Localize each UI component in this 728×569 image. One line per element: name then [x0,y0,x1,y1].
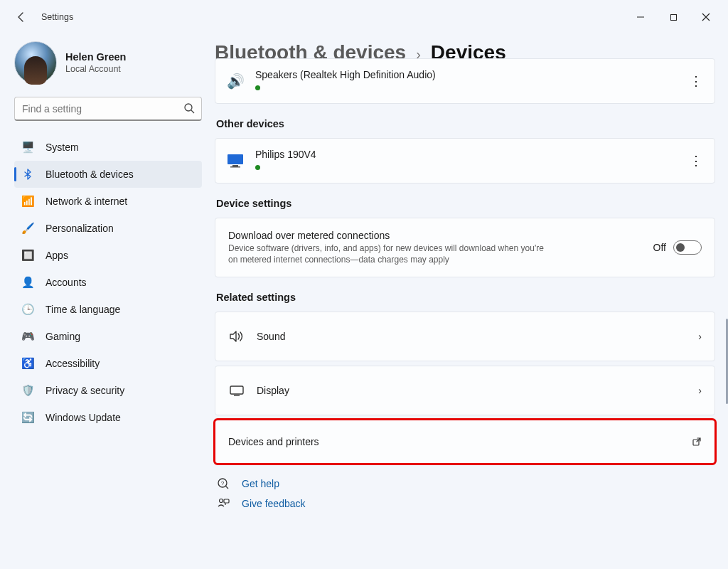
external-link-icon [692,437,702,447]
link-sound[interactable]: Sound › [215,312,715,361]
sidebar-item-update[interactable]: 🔄 Windows Update [14,404,202,431]
gamepad-icon: 🎮 [21,330,34,343]
link-label: Display [257,385,289,396]
device-name: Speakers (Realtek High Definition Audio) [255,69,436,80]
svg-point-13 [220,499,223,503]
sidebar-item-label: Accounts [46,277,87,288]
sidebar-item-label: Time & language [46,304,120,315]
search-input[interactable] [14,97,202,121]
device-name: Philips 190V4 [255,149,316,160]
display-icon [228,382,245,399]
brush-icon: 🖌️ [21,222,34,235]
clock-icon: 🕒 [21,303,34,316]
sidebar-item-gaming[interactable]: 🎮 Gaming [14,323,202,350]
maximize-button[interactable] [657,6,690,28]
back-button[interactable] [14,10,28,24]
search-container [14,97,202,121]
chevron-right-icon: › [698,385,702,396]
give-feedback-link[interactable]: Give feedback [242,498,306,509]
metered-toggle[interactable] [673,240,702,255]
sidebar-item-bluetooth[interactable]: Bluetooth & devices [14,161,202,188]
avatar [14,41,57,84]
svg-line-3 [191,110,194,113]
section-title-device-settings: Device settings [216,198,715,209]
svg-rect-6 [230,166,240,168]
update-icon: 🔄 [21,411,34,424]
svg-rect-4 [228,154,243,164]
chevron-right-icon: › [698,331,702,342]
link-label: Sound [257,331,285,342]
monitor-icon: 🖥️ [21,141,34,154]
section-title-related: Related settings [216,292,715,303]
svg-text:?: ? [221,480,225,486]
device-card-speakers: 🔊 Speakers (Realtek High Definition Audi… [215,58,715,104]
sidebar-item-label: Personalization [46,223,114,234]
svg-line-11 [226,486,229,489]
nav-list: 🖥️ System Bluetooth & devices 📶 Network … [14,134,202,431]
help-get-help: ? Get help [215,477,715,491]
sidebar-item-accounts[interactable]: 👤 Accounts [14,269,202,296]
settings-window: Settings Helen Green Local Account [0,0,728,569]
sound-icon [228,328,245,345]
speaker-icon: 🔊 [225,71,245,91]
svg-point-2 [185,104,192,111]
svg-rect-14 [224,499,229,503]
sidebar-item-label: Privacy & security [46,385,124,396]
get-help-link[interactable]: Get help [242,478,279,489]
sidebar-item-label: Accessibility [46,358,100,369]
sidebar-item-label: System [46,142,79,153]
setting-label: Download over metered connections [228,230,555,241]
help-icon: ? [216,477,230,491]
sidebar-item-time[interactable]: 🕒 Time & language [14,296,202,323]
sidebar-item-label: Gaming [46,331,80,342]
svg-rect-1 [670,14,676,20]
status-dot-connected [255,165,260,170]
minimize-button[interactable] [624,6,657,28]
profile-block[interactable]: Helen Green Local Account [14,41,202,84]
apps-icon: 🔲 [21,249,34,262]
device-more-button[interactable]: ⋮ [687,73,705,90]
sidebar-item-label: Windows Update [46,412,121,423]
profile-account-type: Local Account [65,64,126,74]
setting-description: Device software (drivers, info, and apps… [228,243,555,265]
link-label: Devices and printers [228,436,319,447]
profile-name: Helen Green [65,51,126,63]
close-button[interactable] [690,6,722,28]
sidebar-item-privacy[interactable]: 🛡️ Privacy & security [14,377,202,404]
window-title: Settings [41,12,73,22]
accessibility-icon: ♿ [21,357,34,370]
device-more-button[interactable]: ⋮ [687,152,705,169]
sidebar-item-label: Apps [46,250,68,261]
link-display[interactable]: Display › [215,366,715,415]
bluetooth-icon [21,168,34,181]
setting-metered: Download over metered connections Device… [215,218,715,277]
main-panel: Bluetooth & devices › Devices 🔊 Speakers… [213,34,728,569]
device-card-monitor: Philips 190V4 ⋮ [215,138,715,184]
sidebar-item-apps[interactable]: 🔲 Apps [14,242,202,269]
monitor-device-icon [225,151,245,171]
svg-rect-7 [230,386,243,394]
shield-icon: 🛡️ [21,384,34,397]
sidebar-item-personalization[interactable]: 🖌️ Personalization [14,215,202,242]
toggle-state-label: Off [653,242,666,253]
wifi-icon: 📶 [21,195,34,208]
feedback-icon [216,496,230,511]
titlebar: Settings [0,0,728,34]
sidebar-item-network[interactable]: 📶 Network & internet [14,188,202,215]
sidebar-item-label: Network & internet [46,196,127,207]
status-dot-connected [255,85,260,90]
link-devices-and-printers[interactable]: Devices and printers [215,420,715,464]
svg-rect-5 [232,165,238,166]
sidebar-item-accessibility[interactable]: ♿ Accessibility [14,350,202,377]
section-title-other-devices: Other devices [216,118,715,129]
window-controls [624,6,722,28]
sidebar-item-label: Bluetooth & devices [46,169,134,180]
help-give-feedback: Give feedback [215,496,715,511]
search-icon [183,102,195,114]
sidebar-item-system[interactable]: 🖥️ System [14,134,202,161]
person-icon: 👤 [21,276,34,289]
sidebar: Helen Green Local Account 🖥️ System [0,34,213,569]
